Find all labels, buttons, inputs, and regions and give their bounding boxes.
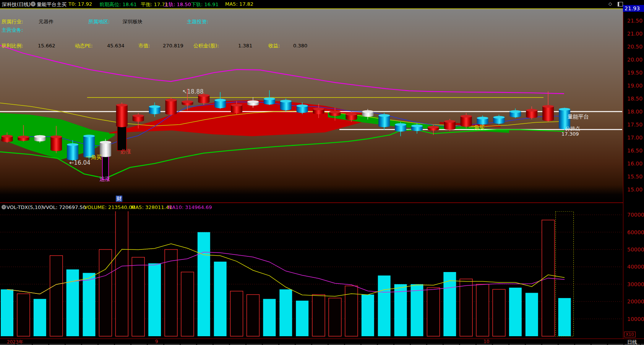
info-row2-item4: 市值:: [138, 43, 150, 49]
vol-header-seg-1: VVOL: 720697.50: [42, 204, 86, 210]
svg-text:←16.04: ←16.04: [69, 159, 91, 166]
volume-tick-label: 70000: [627, 212, 644, 218]
svg-text:量能平台: 量能平台: [568, 113, 589, 120]
vol-header-seg-4: MA10: 314964.69: [168, 204, 212, 210]
info-row2-item7: 1.381: [238, 43, 252, 49]
info-row0-item3: 深圳板块: [123, 19, 143, 24]
trading-app-window: { "title_bar": { "stock_name": "深科技(日线)"…: [0, 0, 644, 345]
price-tick-label: 15.50: [627, 173, 642, 180]
info-row0-item1: 元器件: [39, 19, 54, 24]
svg-text:17.309: 17.309: [561, 131, 579, 137]
price-tick-label: 16.00: [627, 160, 642, 167]
svg-text:必涨: 必涨: [120, 148, 131, 154]
info-row2-item9: 0.380: [293, 43, 307, 49]
title-field-3: 上轨: 18.50: [164, 1, 191, 8]
stock-name: 深科技(日线): [2, 1, 31, 8]
info-row2-item8: 收益:: [268, 43, 280, 49]
svg-text:分操点: 分操点: [565, 126, 580, 131]
price-tick-label: 18.00: [627, 109, 642, 115]
price-tick-label: 20.00: [627, 57, 642, 63]
period-label[interactable]: 日线: [627, 339, 637, 345]
price-tick-label: 21.50: [627, 18, 642, 24]
svg-text:一角买: 一角买: [469, 124, 485, 130]
diamond-icon[interactable]: ◇: [608, 1, 612, 6]
info-row2-item3: 45.634: [107, 43, 125, 49]
current-price-badge: 21.93: [623, 5, 644, 12]
year-label: 2023年: [7, 339, 23, 345]
info-row0-item4: 主题投资:: [187, 19, 208, 24]
price-tick-label: 19.00: [627, 83, 642, 89]
month-label-10: 10: [483, 339, 489, 344]
info-row2-item0: 获利比例:: [2, 43, 23, 49]
volume-unit-toggle[interactable]: X10: [624, 332, 636, 337]
price-tick-label: 17.00: [627, 134, 642, 141]
info-row0-item0: 所属行业:: [2, 19, 23, 24]
vol-header-seg-0[interactable]: VOL-TDX(5,10): [6, 204, 43, 210]
title-field-0: T0: 17.92: [68, 1, 92, 7]
indicator-dropdown-icon[interactable]: ∨: [31, 2, 36, 6]
chart-canvas: ↖18.88一角买←16.04必涨追涨量能平台分操点17.309一角买: [0, 0, 644, 345]
volume-tick-label: 10000: [627, 316, 644, 322]
financial-report-marker[interactable]: 财: [116, 196, 122, 202]
price-tick-label: 18.50: [627, 96, 642, 102]
title-field-1: 前期高位: 18.61: [99, 1, 137, 8]
volume-tick-label: 30000: [627, 281, 644, 287]
title-field-4: 下轨: 16.91: [191, 1, 219, 8]
vol-header-seg-2: VOLUME: 213540.00: [84, 204, 135, 210]
price-tick-label: 16.50: [627, 147, 642, 154]
svg-text:追涨: 追涨: [99, 176, 110, 182]
month-label-9: 9: [155, 339, 158, 344]
volume-tick-label: 40000: [627, 264, 644, 270]
title-bar: 深科技(日线) ∨ 量能平台主买 ◇ T0: 17.92前期高位: 18.61平…: [0, 0, 644, 8]
info-row2-item1: 15.662: [38, 43, 55, 49]
info-row2-item2: 动态PE:: [75, 43, 92, 49]
price-tick-label: 21.00: [627, 31, 642, 37]
info-row2-item5: 270.819: [163, 43, 183, 49]
volume-tick-label: 50000: [627, 246, 644, 253]
volume-indicator-dropdown-icon[interactable]: ∨: [2, 205, 6, 209]
price-tick-label: 15.00: [627, 186, 642, 193]
volume-pane-header: ∨ VOL-TDX(5,10)VVOL: 720697.50VOLUME: 21…: [0, 203, 623, 211]
title-field-5: MA5: 17.82: [225, 1, 253, 7]
info-row0-item2: 所属地区:: [88, 19, 110, 24]
vol-header-seg-3: MA5: 328011.41: [131, 204, 172, 210]
time-axis: 2023年 910: [0, 339, 644, 344]
price-tick-label: 19.50: [627, 70, 642, 76]
layout-icon[interactable]: [618, 2, 623, 6]
info-row2-item6: 公积金(股):: [193, 43, 219, 49]
indicator-selector[interactable]: 量能平台主买: [37, 1, 67, 8]
volume-tick-label: 60000: [627, 229, 644, 235]
volume-tick-label: 20000: [627, 298, 644, 305]
info-row1-item0: 主营业务:: [2, 28, 23, 33]
price-tick-label: 20.50: [627, 44, 642, 50]
svg-text:↖18.88: ↖18.88: [182, 88, 204, 95]
price-tick-label: 17.50: [627, 121, 642, 128]
